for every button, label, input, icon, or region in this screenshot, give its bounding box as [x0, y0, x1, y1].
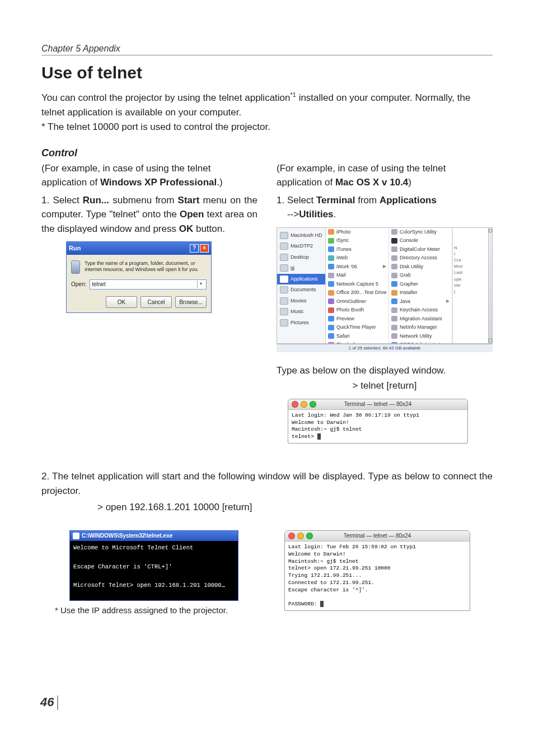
intro-note: * The telnet 10000 port is used to contr… — [41, 122, 270, 132]
right-column: (For example, in case of using the telne… — [277, 161, 493, 444]
finder-preview-cut: NICreModLast opeVer( — [452, 228, 472, 343]
list-item-label: Preview — [336, 315, 354, 323]
app-icon — [391, 281, 397, 287]
list-item[interactable]: Grab — [389, 271, 452, 280]
folder-icon — [280, 242, 288, 250]
sidebar-item[interactable]: Movies — [277, 296, 325, 307]
zoom-icon[interactable] — [310, 401, 316, 408]
list-item[interactable]: Java▶ — [389, 297, 452, 306]
folder-icon — [280, 297, 288, 305]
browse-button[interactable]: Browse... — [175, 296, 207, 308]
sidebar-item[interactable]: Pictures — [277, 318, 325, 329]
list-item[interactable]: Keychain Access — [389, 306, 452, 315]
terminal-body[interactable]: Last login: Wed Jan 30 06:17:19 on ttyp1… — [288, 410, 467, 443]
list-item-label: Photo Booth — [336, 306, 364, 314]
run-titlebar: Run ? × — [67, 242, 211, 255]
run-title-text: Run — [69, 244, 81, 253]
close-icon[interactable] — [292, 401, 298, 408]
list-item-label: Grapher — [400, 281, 418, 288]
terminal-title: Terminal — telnet — 80x24 — [344, 533, 411, 539]
preview-fragment: ( — [454, 288, 471, 295]
app-icon — [391, 273, 397, 278]
preview-fragment: N — [454, 245, 471, 251]
terminal-body[interactable]: Last login: Tue Feb 26 15:59:02 on ttyp1… — [285, 542, 470, 610]
run-open-input[interactable]: telnet ▾ — [90, 279, 207, 290]
list-item[interactable]: ODBC Administrator — [389, 340, 452, 343]
list-item[interactable]: Preview — [326, 315, 388, 324]
help-icon[interactable]: ? — [190, 244, 199, 253]
minimize-icon[interactable] — [301, 401, 307, 408]
sidebar-item[interactable]: Music — [277, 306, 325, 318]
list-item[interactable]: iWork '06▶ — [326, 263, 388, 272]
list-item[interactable]: OmniOutliner — [326, 297, 388, 306]
list-item-label: Grab — [400, 272, 411, 279]
close-icon[interactable]: × — [200, 244, 209, 253]
zoom-icon[interactable] — [306, 533, 313, 539]
scroll-down-icon[interactable] — [489, 339, 492, 342]
scroll-up-icon[interactable] — [489, 229, 492, 232]
intro-part1: You can control the projector by using t… — [41, 92, 291, 103]
list-item[interactable]: DigitalColor Meter — [389, 245, 452, 254]
list-item[interactable]: Safari — [326, 332, 388, 341]
footnote: * Use the IP address assigned to the pro… — [55, 605, 265, 615]
type-below-text: Type as below on the displayed window. — [277, 363, 493, 378]
cursor-icon — [317, 433, 321, 440]
minimize-icon[interactable] — [297, 533, 304, 539]
list-item[interactable]: iTunes — [326, 245, 388, 254]
sidebar-item[interactable]: Macintosh HD — [277, 230, 325, 241]
chevron-down-icon[interactable]: ▾ — [197, 281, 204, 288]
app-icon — [328, 325, 334, 330]
sidebar-item[interactable]: Documents — [277, 284, 325, 296]
cmd-icon — [73, 533, 79, 539]
list-item[interactable]: iWeb — [326, 254, 388, 263]
list-item[interactable]: Disk Utility — [389, 263, 452, 272]
terminal-titlebar: Terminal — telnet — 80x24 — [285, 531, 470, 542]
list-item[interactable]: QuickTime Player — [326, 323, 388, 332]
app-icon — [328, 246, 334, 252]
list-item-label: iWork '06 — [336, 263, 357, 271]
list-item[interactable]: Migration Assistant — [389, 315, 452, 324]
list-item[interactable]: NetInfo Manager — [389, 323, 452, 332]
list-item[interactable]: Office 200…Test Drive▶ — [326, 288, 388, 297]
list-item[interactable]: Grapher — [389, 280, 452, 289]
finder-scrollbar[interactable] — [488, 228, 492, 343]
list-item-label: Disk Utility — [400, 263, 423, 271]
list-item[interactable]: iPhoto — [326, 228, 388, 237]
list-item[interactable]: Console — [389, 236, 452, 245]
list-item-label: iTunes — [336, 246, 352, 254]
app-icon — [328, 273, 334, 278]
app-icon — [391, 307, 397, 313]
list-item-label: iPhoto — [336, 228, 351, 236]
finder-column-apps: iPhotoiSynciTunesiWebiWork '06▶MailNetwo… — [326, 228, 389, 343]
list-item-label: Mail — [336, 272, 346, 279]
sidebar-item[interactable]: Applications — [277, 274, 325, 285]
sidebar-item-label: Desktop — [291, 254, 309, 262]
cancel-button[interactable]: Cancel — [140, 296, 172, 308]
sidebar-item-label: Documents — [291, 286, 316, 294]
sidebar-item[interactable]: MacDTP2 — [277, 241, 325, 252]
list-item[interactable]: Installer — [389, 288, 452, 297]
list-item[interactable]: Directory Access — [389, 254, 452, 263]
sidebar-item[interactable]: Desktop — [277, 252, 325, 263]
terminal-window-2: Terminal — telnet — 80x24 Last login: Tu… — [284, 530, 470, 611]
sidebar-item[interactable]: gj — [277, 263, 325, 274]
list-item[interactable]: Sherlock — [326, 340, 388, 343]
cmd-body[interactable]: Welcome to Microsoft Telnet Client Escap… — [70, 541, 238, 600]
control-heading: Control — [41, 147, 493, 159]
cursor-icon — [320, 601, 324, 607]
list-item[interactable]: iSync — [326, 236, 388, 245]
folder-icon — [280, 286, 288, 293]
list-item[interactable]: ColorSync Utility — [389, 228, 452, 237]
list-item[interactable]: Photo Booth — [326, 306, 388, 315]
list-item[interactable]: Network Utility — [389, 332, 452, 341]
ok-button[interactable]: OK — [106, 296, 137, 308]
sidebar-item-label: Macintosh HD — [291, 232, 322, 240]
type-below-cmd: > telnet [return] — [277, 379, 493, 393]
close-icon[interactable] — [288, 533, 295, 539]
list-item[interactable]: Network Capture 5 — [326, 280, 388, 289]
step-2-cmd: > open 192.168.1.201 10000 [return] — [97, 500, 493, 515]
finder-window: Macintosh HDMacDTP2DesktopgjApplications… — [277, 227, 493, 344]
app-icon — [391, 325, 397, 330]
run-description: Type the name of a program, folder, docu… — [85, 260, 207, 273]
list-item[interactable]: Mail — [326, 271, 388, 280]
